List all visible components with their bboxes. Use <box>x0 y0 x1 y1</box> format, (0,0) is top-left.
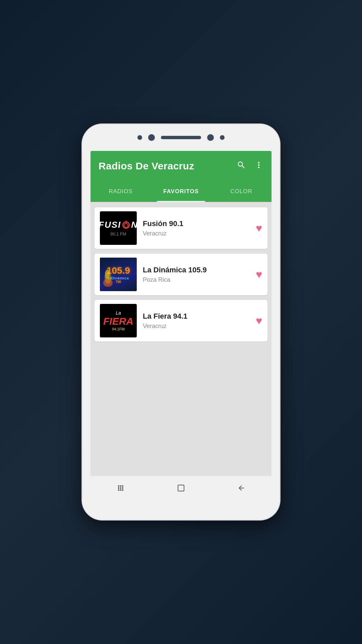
radio-name-fiera: La Fiera 94.1 <box>143 312 250 321</box>
favorite-button-dinamica[interactable]: ♥ <box>256 268 262 281</box>
tab-favoritos[interactable]: FAVORITOS <box>151 181 211 202</box>
earpiece-speaker <box>161 136 201 139</box>
radio-card-dinamica[interactable]: 105.9 laDinámica 790 La Dinámica 105.9 P… <box>95 254 267 295</box>
app-title: Radios De Veracruz <box>99 160 194 172</box>
radio-city-dinamica: Poza Rica <box>143 276 250 283</box>
fusion-freq: 90.1 FM <box>110 231 126 236</box>
radio-name-dinamica: La Dinámica 105.9 <box>143 266 250 274</box>
radio-card-fiera[interactable]: La FIERA 94.1FM La Fiera 94.1 Veracruz <box>95 300 267 341</box>
tab-bar: RADIOS FAVORITOS COLOR <box>90 181 272 202</box>
search-icon[interactable] <box>237 160 246 172</box>
radio-city-fusion: Veracruz <box>143 230 250 237</box>
radio-name-fusion: Fusión 90.1 <box>143 219 250 228</box>
sensor-dot-2 <box>220 135 225 140</box>
proximity-sensor <box>207 134 214 141</box>
phone-top-bar <box>82 124 280 151</box>
header-icons <box>237 160 263 172</box>
recent-apps-button[interactable] <box>110 481 131 495</box>
tab-color[interactable]: COLOR <box>211 181 272 202</box>
favorites-list: FUSI N 90.1 FM <box>90 202 272 476</box>
radio-logo-fusion: FUSI N 90.1 FM <box>100 211 137 245</box>
tab-radios[interactable]: RADIOS <box>90 181 151 202</box>
phone-frame: Radios De Veracruz <box>82 124 280 520</box>
home-button[interactable] <box>170 481 192 495</box>
phone-bottom-bar <box>82 500 280 520</box>
back-button[interactable] <box>231 481 252 495</box>
radio-logo-dinamica: 105.9 laDinámica 790 <box>100 258 137 291</box>
sensor-dot-1 <box>137 135 142 140</box>
radio-info-dinamica: La Dinámica 105.9 Poza Rica <box>143 266 250 283</box>
favorite-button-fiera[interactable]: ♥ <box>256 315 262 327</box>
app-header: Radios De Veracruz <box>90 151 272 181</box>
radio-info-fiera: La Fiera 94.1 Veracruz <box>143 312 250 330</box>
svg-rect-3 <box>178 485 184 491</box>
phone-screen: Radios De Veracruz <box>90 151 272 500</box>
camera-sensor <box>148 134 155 141</box>
svg-point-2 <box>105 270 110 279</box>
navigation-bar <box>90 476 272 500</box>
radio-city-fiera: Veracruz <box>143 323 250 330</box>
favorite-button-fusion[interactable]: ♥ <box>256 222 262 234</box>
radio-card-fusion[interactable]: FUSI N 90.1 FM <box>95 207 267 249</box>
more-options-icon[interactable] <box>254 160 263 172</box>
radio-info-fusion: Fusión 90.1 Veracruz <box>143 219 250 237</box>
radio-logo-fiera: La FIERA 94.1FM <box>100 304 137 337</box>
